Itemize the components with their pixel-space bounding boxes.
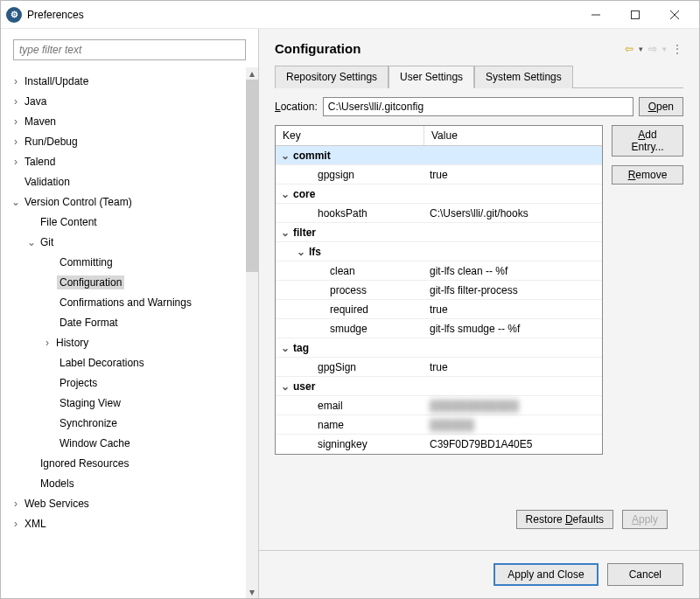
row-lfs-process[interactable]: processgit-lfs filter-process bbox=[276, 281, 602, 300]
chevron-down-icon: ⌄ bbox=[25, 236, 38, 248]
tree-item-file-content[interactable]: File Content bbox=[1, 212, 246, 232]
open-button[interactable]: Open bbox=[639, 97, 683, 116]
titlebar: ⚙ Preferences bbox=[1, 1, 699, 29]
tree-item-xml[interactable]: ›XML bbox=[1, 513, 246, 533]
row-user[interactable]: ⌄user bbox=[276, 377, 602, 396]
row-lfs-required[interactable]: requiredtrue bbox=[276, 300, 602, 319]
svg-rect-1 bbox=[631, 10, 639, 18]
tree-item-configuration[interactable]: Configuration bbox=[1, 272, 246, 292]
maximize-button[interactable] bbox=[615, 2, 654, 28]
tree-item-rundebug[interactable]: ›Run/Debug bbox=[1, 131, 246, 151]
minimize-button[interactable] bbox=[576, 2, 615, 28]
tree-item-synchronize[interactable]: Synchronize bbox=[1, 413, 246, 433]
tree-item-projects[interactable]: Projects bbox=[1, 373, 246, 393]
column-value[interactable]: Value bbox=[424, 126, 602, 145]
tree-item-maven[interactable]: ›Maven bbox=[1, 111, 246, 131]
row-user-signingkey[interactable]: signingkeyC39F0D79BD1A40E5 bbox=[276, 435, 602, 454]
forward-arrow-icon[interactable]: ⇨ bbox=[648, 43, 657, 55]
chevron-right-icon: › bbox=[41, 337, 53, 349]
row-user-name[interactable]: name██████ bbox=[276, 415, 602, 435]
tab-user-settings[interactable]: User Settings bbox=[388, 66, 474, 88]
tree-item-ignored-resources[interactable]: Ignored Resources bbox=[1, 453, 246, 473]
tree-item-talend[interactable]: ›Talend bbox=[1, 151, 246, 171]
chevron-right-icon: › bbox=[10, 156, 22, 168]
tree-item-confirmations[interactable]: Confirmations and Warnings bbox=[1, 292, 246, 312]
tree-item-git[interactable]: ⌄Git bbox=[1, 232, 246, 252]
remove-button[interactable]: Remove bbox=[612, 165, 683, 185]
chevron-right-icon: › bbox=[10, 75, 22, 87]
tree-scrollbar[interactable]: ▴ ▾ bbox=[246, 67, 258, 598]
chevron-down-icon: ⌄ bbox=[10, 196, 22, 208]
chevron-down-icon: ⌄ bbox=[279, 226, 291, 239]
chevron-down-icon: ⌄ bbox=[295, 246, 307, 258]
row-filter-lfs[interactable]: ⌄lfs bbox=[276, 242, 602, 261]
tree-item-java[interactable]: ›Java bbox=[1, 91, 246, 111]
row-commit-gpgsign[interactable]: gpgsigntrue bbox=[276, 165, 602, 185]
settings-tabs: Repository Settings User Settings System… bbox=[275, 65, 683, 88]
tab-repository-settings[interactable]: Repository Settings bbox=[275, 66, 388, 88]
row-core-hookspath[interactable]: hooksPathC:\Users\lli/.git/hooks bbox=[276, 204, 602, 223]
row-tag[interactable]: ⌄tag bbox=[276, 338, 602, 358]
tree-item-label-decorations[interactable]: Label Decorations bbox=[1, 352, 246, 373]
row-lfs-clean[interactable]: cleangit-lfs clean -- %f bbox=[276, 261, 602, 281]
cancel-button[interactable]: Cancel bbox=[607, 563, 683, 586]
row-commit[interactable]: ⌄commit bbox=[276, 146, 602, 165]
tree-item-web-services[interactable]: ›Web Services bbox=[1, 493, 246, 513]
window-title: Preferences bbox=[27, 9, 576, 21]
location-input[interactable] bbox=[323, 97, 634, 116]
tree-item-committing[interactable]: Committing bbox=[1, 252, 246, 272]
tab-system-settings[interactable]: System Settings bbox=[474, 66, 573, 88]
back-dropdown-icon[interactable]: ▾ bbox=[639, 45, 643, 53]
preference-tree-pane: ›Install/Update ›Java ›Maven ›Run/Debug … bbox=[1, 29, 259, 598]
apply-button[interactable]: Apply bbox=[622, 510, 668, 529]
back-arrow-icon[interactable]: ⇦ bbox=[625, 43, 634, 55]
app-icon: ⚙ bbox=[6, 7, 22, 23]
add-entry-button[interactable]: Add Entry... bbox=[612, 125, 683, 157]
view-menu-icon[interactable]: ⋮ bbox=[672, 43, 683, 55]
restore-defaults-button[interactable]: Restore Defaults bbox=[516, 510, 613, 529]
scroll-up-icon[interactable]: ▴ bbox=[249, 67, 255, 80]
scroll-thumb[interactable] bbox=[246, 80, 258, 272]
close-button[interactable] bbox=[654, 2, 694, 28]
forward-dropdown-icon[interactable]: ▾ bbox=[662, 45, 667, 53]
chevron-right-icon: › bbox=[10, 518, 22, 530]
chevron-right-icon: › bbox=[10, 498, 22, 510]
apply-and-close-button[interactable]: Apply and Close bbox=[494, 563, 598, 586]
row-tag-gpgsign[interactable]: gpgSigntrue bbox=[276, 358, 602, 377]
filter-input[interactable] bbox=[13, 39, 246, 60]
row-lfs-smudge[interactable]: smudgegit-lfs smudge -- %f bbox=[276, 319, 602, 338]
chevron-down-icon: ⌄ bbox=[279, 150, 291, 162]
settings-pane: Configuration ⇦ ▾ ⇨ ▾ ⋮ Repository Setti… bbox=[259, 29, 699, 598]
chevron-right-icon: › bbox=[10, 95, 22, 108]
scroll-down-icon[interactable]: ▾ bbox=[249, 586, 255, 598]
chevron-down-icon: ⌄ bbox=[279, 380, 291, 393]
row-user-email[interactable]: email████████████ bbox=[276, 396, 602, 415]
tree-item-models[interactable]: Models bbox=[1, 473, 246, 493]
chevron-right-icon: › bbox=[10, 115, 22, 128]
page-title: Configuration bbox=[275, 41, 625, 56]
preference-tree[interactable]: ›Install/Update ›Java ›Maven ›Run/Debug … bbox=[1, 67, 246, 598]
tree-item-version-control[interactable]: ⌄Version Control (Team) bbox=[1, 192, 246, 212]
tree-item-date-format[interactable]: Date Format bbox=[1, 312, 246, 332]
tree-item-history[interactable]: ›History bbox=[1, 332, 246, 352]
tree-item-window-cache[interactable]: Window Cache bbox=[1, 433, 246, 453]
chevron-down-icon: ⌄ bbox=[279, 188, 291, 200]
tree-item-validation[interactable]: Validation bbox=[1, 171, 246, 192]
config-table[interactable]: Key Value ⌄commit gpgsigntrue ⌄core hook… bbox=[275, 125, 603, 455]
chevron-right-icon: › bbox=[10, 136, 22, 148]
row-core[interactable]: ⌄core bbox=[276, 185, 602, 204]
tree-item-staging-view[interactable]: Staging View bbox=[1, 393, 246, 413]
column-key[interactable]: Key bbox=[276, 126, 424, 145]
tree-item-install-update[interactable]: ›Install/Update bbox=[1, 71, 246, 91]
location-label: Location: bbox=[275, 101, 318, 113]
chevron-down-icon: ⌄ bbox=[279, 342, 291, 354]
row-filter[interactable]: ⌄filter bbox=[276, 223, 602, 242]
